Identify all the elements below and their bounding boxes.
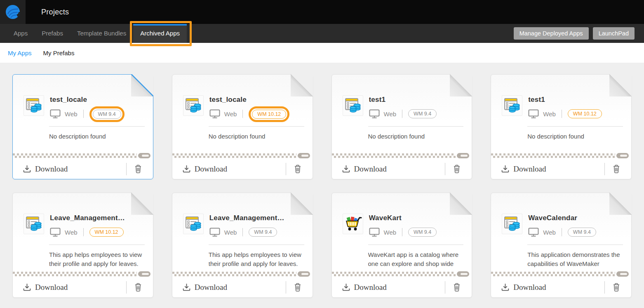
monitor-icon bbox=[369, 109, 380, 118]
download-button[interactable]: Download bbox=[23, 283, 126, 292]
nav-tab-prefabs[interactable]: Prefabs bbox=[35, 24, 70, 43]
download-label: Download bbox=[513, 283, 546, 292]
version-badge: WM 9.4 bbox=[408, 109, 437, 118]
monitor-icon bbox=[209, 109, 220, 118]
version-badge: WM 10.12 bbox=[89, 228, 124, 237]
download-label: Download bbox=[195, 165, 227, 174]
nav-tab-template-bundles[interactable]: Template Bundles bbox=[70, 24, 133, 43]
zipper-pull-icon bbox=[298, 153, 310, 158]
app-description: This app helps employees to view their p… bbox=[49, 250, 145, 268]
nav-button-launchpad[interactable]: LaunchPad bbox=[593, 27, 635, 40]
app-title: test_locale bbox=[50, 96, 125, 104]
trash-icon bbox=[612, 164, 620, 174]
zipper-teeth bbox=[332, 153, 456, 158]
download-label: Download bbox=[354, 283, 387, 292]
platform-label: Web bbox=[384, 229, 397, 236]
wavemaker-logo[interactable] bbox=[0, 0, 26, 24]
app-description: No description found bbox=[49, 132, 145, 141]
zipper-pull-icon bbox=[298, 271, 310, 277]
folded-corner bbox=[450, 193, 472, 215]
app-title: WaveCalendar bbox=[528, 214, 596, 222]
platform-label: Web bbox=[543, 111, 556, 118]
app-card[interactable]: Leave_Management… Web WM 10.12 This app … bbox=[12, 193, 153, 298]
delete-button[interactable] bbox=[448, 282, 466, 292]
trash-icon bbox=[134, 164, 142, 174]
zipper-teeth bbox=[491, 153, 615, 158]
wavemaker-logo-icon bbox=[5, 4, 21, 20]
download-button[interactable]: Download bbox=[23, 165, 126, 174]
delete-button[interactable] bbox=[607, 282, 625, 292]
delete-button[interactable] bbox=[607, 164, 625, 174]
download-button[interactable]: Download bbox=[501, 165, 604, 174]
download-icon bbox=[501, 165, 510, 173]
download-button[interactable]: Download bbox=[182, 283, 286, 292]
app-header: Projects bbox=[0, 0, 644, 24]
nav-tab-archived-apps[interactable]: Archived Apps bbox=[133, 24, 187, 43]
delete-button[interactable] bbox=[129, 282, 147, 292]
trash-icon bbox=[294, 282, 302, 292]
footer-separator bbox=[126, 163, 127, 175]
delete-button[interactable] bbox=[448, 164, 466, 174]
nav-actions: Manage Deployed AppsLaunchPad bbox=[514, 24, 644, 43]
platform-label: Web bbox=[65, 111, 78, 118]
version-badge: WM 9.4 bbox=[249, 228, 277, 237]
subtab-my-prefabs[interactable]: My Prefabs bbox=[43, 49, 75, 56]
meta-separator bbox=[83, 110, 84, 118]
footer-separator bbox=[445, 163, 445, 175]
app-card[interactable]: test1 Web WM 9.4 No description found bbox=[331, 74, 472, 179]
app-card[interactable]: WaveKart Web WM 9.4 WaveKart app is a ca… bbox=[331, 193, 472, 298]
meta-separator bbox=[242, 228, 243, 236]
app-card[interactable]: test_locale Web WM 10.12 No description … bbox=[172, 74, 313, 179]
card-divider bbox=[49, 126, 145, 127]
trash-icon bbox=[453, 282, 461, 292]
monitor-icon bbox=[369, 228, 380, 237]
content-area: test_locale Web WM 9.4 No description fo… bbox=[0, 63, 644, 298]
delete-button[interactable] bbox=[129, 164, 147, 174]
shopping-cart-icon bbox=[343, 214, 363, 234]
app-card[interactable]: WaveCalendar Web WM 9.4 This application bbox=[491, 193, 632, 298]
nav-button-manage-deployed-apps[interactable]: Manage Deployed Apps bbox=[514, 27, 589, 40]
subtab-my-apps[interactable]: My Apps bbox=[8, 49, 32, 56]
app-window-database-icon bbox=[502, 214, 522, 234]
download-button[interactable]: Download bbox=[342, 283, 445, 292]
zipper-teeth bbox=[13, 153, 137, 158]
app-window-database-icon bbox=[502, 95, 522, 116]
app-window-database-icon bbox=[343, 95, 363, 116]
download-label: Download bbox=[35, 283, 68, 292]
footer-separator bbox=[126, 281, 127, 294]
download-button[interactable]: Download bbox=[342, 165, 445, 174]
app-card[interactable]: test1 Web WM 10.12 No description found bbox=[491, 74, 632, 179]
app-cards-grid: test_locale Web WM 9.4 No description fo… bbox=[12, 74, 632, 298]
download-label: Download bbox=[195, 283, 227, 292]
meta-separator bbox=[242, 110, 243, 118]
app-title: test1 bbox=[369, 96, 437, 104]
platform-label: Web bbox=[224, 111, 237, 118]
delete-button[interactable] bbox=[289, 282, 307, 292]
app-window-database-icon bbox=[183, 214, 204, 234]
app-window-database-icon bbox=[24, 214, 44, 234]
zipper-graphic bbox=[332, 153, 472, 158]
folded-corner bbox=[131, 193, 153, 215]
app-description: WaveKart app is a catalog where one can … bbox=[368, 250, 464, 268]
nav-tab-apps[interactable]: Apps bbox=[7, 24, 35, 43]
version-badge: WM 10.12 bbox=[568, 109, 602, 118]
zipper-pull-icon bbox=[138, 271, 150, 277]
app-title: Leave_Management… bbox=[209, 214, 284, 222]
zipper-pull-icon bbox=[138, 153, 150, 158]
download-icon bbox=[501, 283, 510, 292]
app-card[interactable]: Leave_Management… Web WM 9.4 This app he… bbox=[172, 193, 313, 298]
zipper-graphic bbox=[172, 153, 313, 158]
monitor-icon bbox=[50, 109, 61, 118]
folded-corner bbox=[291, 74, 313, 96]
footer-separator bbox=[604, 281, 605, 294]
download-button[interactable]: Download bbox=[182, 165, 286, 174]
app-title: Leave_Management… bbox=[50, 214, 125, 222]
download-label: Download bbox=[513, 165, 546, 174]
card-divider bbox=[368, 245, 464, 245]
monitor-icon bbox=[209, 228, 220, 237]
app-card[interactable]: test_locale Web WM 9.4 No description fo… bbox=[12, 74, 153, 179]
folded-corner bbox=[609, 193, 632, 215]
delete-button[interactable] bbox=[289, 164, 307, 174]
download-button[interactable]: Download bbox=[501, 283, 604, 292]
zipper-graphic bbox=[172, 271, 313, 277]
